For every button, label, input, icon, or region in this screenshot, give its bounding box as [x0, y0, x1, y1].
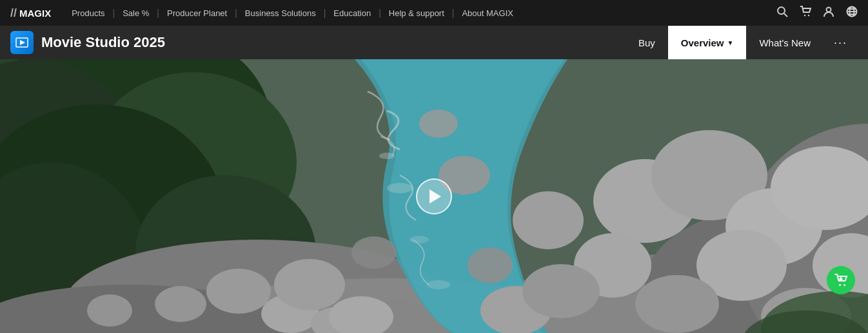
svg-point-4: [827, 7, 831, 12]
nav-link-products[interactable]: Products: [64, 8, 112, 18]
nav-link-producer-planet[interactable]: Producer Planet: [159, 8, 235, 18]
buy-button[interactable]: Buy: [626, 26, 668, 59]
svg-point-59: [843, 284, 845, 286]
globe-icon[interactable]: [846, 6, 858, 21]
hero-section: [0, 59, 868, 333]
svg-point-2: [804, 14, 805, 15]
nav-link-business-solutions[interactable]: Business Solutions: [237, 8, 324, 18]
svg-point-0: [778, 7, 785, 14]
more-options-button[interactable]: ···: [824, 26, 858, 59]
product-nav: Movie Studio 2025 Buy Overview ▼ What's …: [0, 26, 868, 59]
logo[interactable]: // MAGIX: [10, 6, 51, 20]
product-logo-area: Movie Studio 2025: [10, 31, 626, 54]
whats-new-button[interactable]: What's New: [746, 26, 824, 59]
play-triangle-icon: [429, 189, 441, 204]
play-button[interactable]: [416, 178, 452, 214]
product-app-icon: [10, 31, 34, 54]
nav-links: Products | Sale % | Producer Planet | Bu…: [64, 8, 776, 18]
top-nav: // MAGIX Products | Sale % | Producer Pl…: [0, 0, 868, 26]
svg-point-3: [808, 14, 809, 15]
product-title: Movie Studio 2025: [41, 34, 165, 51]
cart-download-icon: [834, 273, 848, 287]
svg-marker-11: [20, 40, 25, 45]
product-nav-right: Buy Overview ▼ What's New ···: [626, 26, 858, 59]
svg-line-1: [784, 14, 787, 17]
nav-link-sale[interactable]: Sale %: [115, 8, 157, 18]
overview-button[interactable]: Overview ▼: [668, 26, 747, 59]
nav-link-education[interactable]: Education: [326, 8, 379, 18]
user-icon[interactable]: [823, 6, 834, 21]
logo-name: MAGIX: [19, 8, 51, 19]
search-icon[interactable]: [776, 6, 788, 21]
nav-icons: [776, 6, 858, 21]
nav-link-about-magix[interactable]: About MAGIX: [454, 8, 520, 18]
floating-cart-button[interactable]: [827, 266, 855, 294]
cart-icon[interactable]: [800, 6, 811, 21]
logo-slashes: //: [10, 6, 17, 20]
svg-point-58: [839, 284, 841, 286]
nav-link-help-support[interactable]: Help & support: [381, 8, 452, 18]
chevron-down-icon: ▼: [727, 39, 734, 46]
